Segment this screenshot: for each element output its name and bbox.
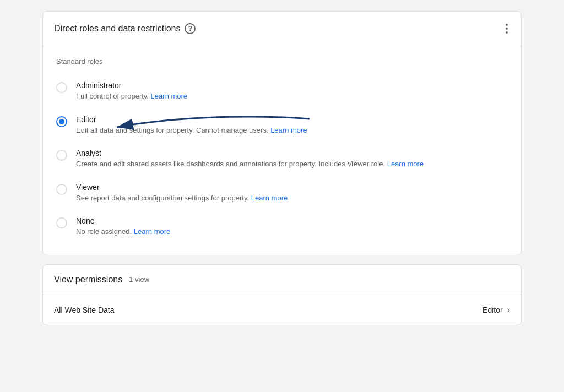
view-permissions-title: View permissions [54, 275, 122, 285]
radio-outer-analyst[interactable] [56, 150, 67, 161]
view-permissions-card: View permissions 1 view All Web Site Dat… [42, 264, 522, 325]
view-row-all-web-site-data[interactable]: All Web Site Data Editor › [43, 295, 521, 325]
role-name-administrator: Administrator [76, 81, 508, 90]
role-name-viewer: Viewer [76, 183, 508, 192]
help-icon[interactable]: ? [185, 23, 196, 34]
card-header-left: Direct roles and data restrictions ? [54, 23, 196, 34]
view-name: All Web Site Data [54, 306, 114, 314]
radio-outer-administrator[interactable] [56, 82, 67, 93]
role-desc-editor: Edit all data and settings for property.… [76, 125, 508, 136]
learn-more-analyst[interactable]: Learn more [387, 160, 424, 168]
card-body: Standard roles Administrator Full contro… [43, 46, 521, 255]
card-title: Direct roles and data restrictions [54, 24, 180, 34]
radio-none[interactable] [56, 217, 67, 228]
section-label: Standard roles [56, 57, 508, 66]
card-header: Direct roles and data restrictions ? [43, 12, 521, 46]
direct-roles-card: Direct roles and data restrictions ? Sta… [42, 11, 522, 255]
page-container: Direct roles and data restrictions ? Sta… [42, 11, 522, 325]
learn-more-none[interactable]: Learn more [134, 227, 170, 236]
role-content-administrator: Administrator Full control of property. … [76, 81, 508, 102]
view-right: Editor › [482, 305, 510, 315]
learn-more-administrator[interactable]: Learn more [151, 92, 187, 100]
learn-more-editor[interactable]: Learn more [270, 126, 307, 134]
role-list: Administrator Full control of property. … [56, 74, 508, 244]
view-permissions-header: View permissions 1 view [43, 265, 521, 295]
role-content-analyst: Analyst Create and edit shared assets li… [76, 149, 508, 170]
role-item-administrator: Administrator Full control of property. … [56, 74, 508, 108]
role-content-none: None No role assigned. Learn more [76, 216, 508, 237]
radio-viewer[interactable] [56, 184, 67, 195]
role-desc-viewer: See report data and configuration settin… [76, 193, 508, 204]
role-content-editor: Editor Edit all data and settings for pr… [76, 115, 508, 136]
radio-editor[interactable] [56, 116, 67, 127]
role-item-analyst: Analyst Create and edit shared assets li… [56, 142, 508, 176]
radio-outer-viewer[interactable] [56, 184, 67, 195]
chevron-right-icon: › [507, 305, 510, 315]
radio-analyst[interactable] [56, 150, 67, 161]
radio-outer-editor[interactable] [56, 116, 67, 127]
view-role-label: Editor [482, 306, 503, 314]
role-item-none: None No role assigned. Learn more [56, 210, 508, 244]
learn-more-viewer[interactable]: Learn more [251, 194, 288, 202]
role-item-editor: Editor Edit all data and settings for pr… [56, 108, 508, 143]
role-desc-none: No role assigned. Learn more [76, 226, 508, 237]
role-item-viewer: Viewer See report data and configuration… [56, 176, 508, 210]
role-name-analyst: Analyst [76, 149, 508, 157]
radio-outer-none[interactable] [56, 217, 67, 228]
view-count-badge: 1 view [129, 275, 149, 284]
role-name-none: None [76, 216, 508, 225]
role-content-viewer: Viewer See report data and configuration… [76, 183, 508, 204]
role-desc-administrator: Full control of property. Learn more [76, 91, 508, 102]
radio-administrator[interactable] [56, 82, 67, 93]
more-options-button[interactable] [503, 21, 510, 36]
role-name-editor: Editor [76, 115, 508, 124]
role-desc-analyst: Create and edit shared assets like dashb… [76, 159, 508, 170]
